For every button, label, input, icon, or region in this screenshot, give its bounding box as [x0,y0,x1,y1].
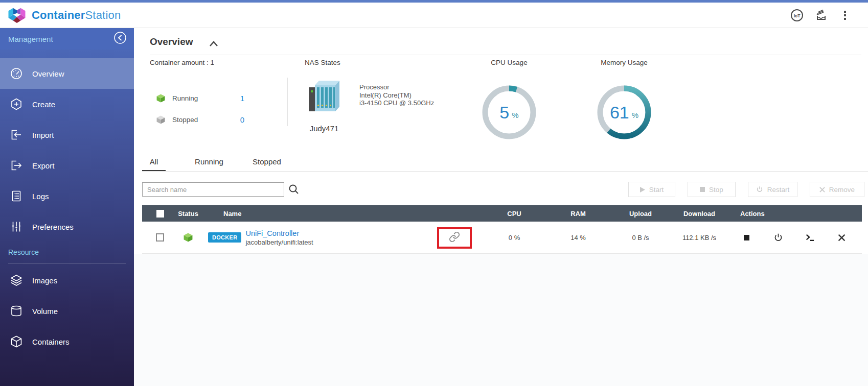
processor-line2: i3-4150 CPU @ 3.50GHz [359,99,434,107]
memory-usage-gauge: 61 % [596,84,652,140]
cpu-usage-gauge: 5 % [481,84,537,140]
running-stat-row: Running 1 [156,92,244,104]
row-restart-button[interactable] [762,233,794,243]
search-icon [287,183,301,196]
memory-usage-label: Memory Usage [588,59,660,66]
column-status: Status [178,210,198,218]
overview-gauge-icon [10,67,23,80]
preferences-sliders-icon [10,220,23,233]
collapse-sidebar-icon [113,31,127,44]
sidebar-item-preferences[interactable]: Preferences [0,211,134,242]
search-button[interactable] [287,183,301,196]
row-terminal-button[interactable] [794,233,826,242]
column-cpu: CPU [485,210,543,218]
tab-running[interactable]: Running [193,155,225,172]
nas-illustration [308,80,340,119]
sidebar-item-export[interactable]: Export [0,150,134,181]
create-hexagon-plus-icon [10,98,23,111]
page-title: Overview [150,36,193,47]
sidebar-item-volume[interactable]: Volume [0,296,134,326]
column-name: Name [198,210,424,218]
running-label: Running [172,94,233,102]
nas-name: Judy471 [304,124,345,133]
table-header: Status Name CPU RAM Upload Download Acti… [142,205,862,222]
container-image: jacobalberty/unifi:latest [245,238,313,246]
sidebar-nav: Overview Create [0,58,134,357]
start-button[interactable]: Start [628,182,675,197]
collapse-overview-button[interactable] [207,37,220,51]
running-cube-icon [156,94,165,103]
select-all-checkbox[interactable] [156,210,164,218]
export-icon [10,159,23,172]
stopped-cube-icon [156,115,165,124]
sidebar-item-import[interactable]: Import [0,119,134,150]
resource-divider [8,263,126,263]
sidebar-group-management: Management [0,28,134,50]
images-layers-icon [10,274,23,287]
cpu-usage-label: CPU Usage [473,59,545,66]
stop-square-icon [744,235,749,240]
sidebar-item-label: Images [32,276,57,285]
memory-usage-value: 61 [610,103,629,123]
stopped-label: Stopped [172,116,233,124]
more-menu-button[interactable] [838,9,852,22]
bulk-action-buttons: Start Stop Restart Remove [628,182,864,197]
stopped-stat-row: Stopped 0 [156,114,244,125]
chevron-up-icon [207,37,220,51]
logs-document-icon [10,189,23,203]
cpu-usage-unit: % [512,111,518,119]
app-title: ContainerStation [32,9,121,22]
sidebar-item-logs[interactable]: Logs [0,181,134,211]
row-ram-value: 14 % [543,234,613,242]
row-stop-button[interactable] [730,235,762,240]
title-divider [150,55,861,55]
sidebar: Management [0,28,134,386]
stopped-value: 0 [240,115,244,124]
svg-text:IoT: IoT [794,13,801,18]
content-background [134,254,868,386]
restart-button[interactable]: Restart [748,182,797,197]
import-icon [10,128,23,141]
main-content: Overview Container amount : 1 Running 1 [134,28,868,386]
x-icon [819,187,825,192]
sidebar-item-overview[interactable]: Overview [0,58,134,89]
remove-button-label: Remove [829,186,855,194]
app-title-bold: Container [32,9,85,21]
memory-usage-unit: % [632,111,638,119]
container-name-link[interactable]: UniFi_Controller [245,229,313,237]
search-input[interactable] [142,182,284,197]
row-upload-value: 0 B /s [613,234,668,242]
column-upload: Upload [613,210,668,218]
running-value: 1 [240,94,244,103]
stop-button-label: Stop [709,186,723,194]
tab-stopped[interactable]: Stopped [249,155,284,172]
stats-divider [287,78,288,126]
row-checkbox[interactable] [156,233,164,242]
open-url-button[interactable] [449,231,460,244]
processor-info: Processor Intel(R) Core(TM) i3-4150 CPU … [359,83,434,107]
sidebar-item-label: Import [32,131,54,139]
processor-title: Processor [359,83,434,91]
running-status-cube-icon [184,233,193,242]
sidebar-item-images[interactable]: Images [0,265,134,296]
tab-all[interactable]: All [142,155,166,172]
sidebar-item-label: Volume [32,307,58,316]
row-remove-button[interactable] [826,234,857,242]
management-group-label: Management [8,35,53,43]
sidebar-item-containers[interactable]: Containers [0,326,134,357]
link-icon [449,231,460,243]
column-ram: RAM [543,210,613,218]
background-tasks-button[interactable] [814,9,828,22]
play-icon [640,187,645,192]
sidebar-collapse-button[interactable] [113,31,127,46]
tabs-divider [142,171,868,172]
stop-button[interactable]: Stop [688,182,736,197]
container-amount-label: Container amount : 1 [150,59,214,66]
row-download-value: 112.1 KB /s [668,234,730,242]
iot-button[interactable]: IoT [790,9,804,22]
nas-states-label: NAS States [305,59,340,66]
sidebar-item-create[interactable]: Create [0,89,134,119]
containers-cube-icon [10,335,23,348]
resource-group-label: Resource [0,248,134,256]
remove-button[interactable]: Remove [810,182,864,197]
